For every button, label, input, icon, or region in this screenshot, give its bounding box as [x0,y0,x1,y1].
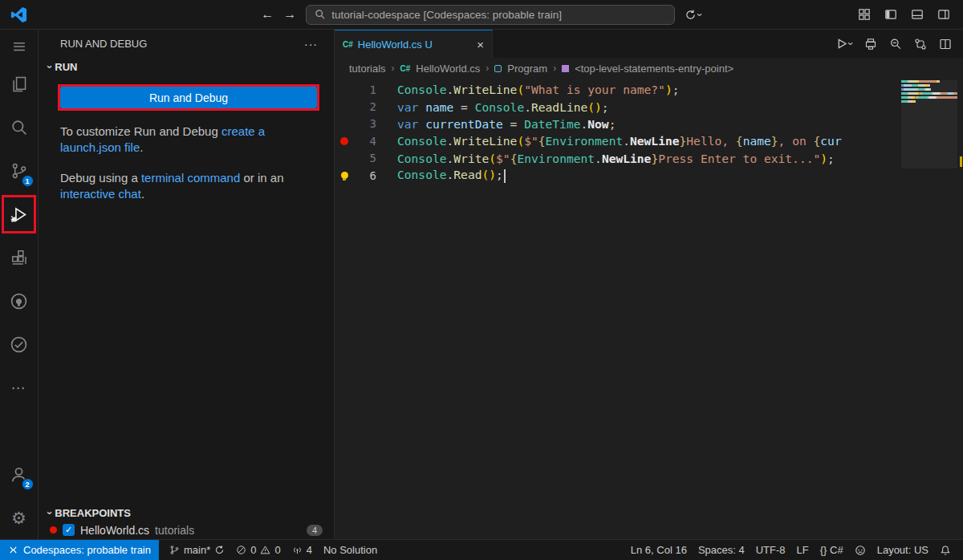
activity-bar: 1 ··· 2 ⚙ [0,30,39,539]
keyboard-layout-indicator[interactable]: Layout: US [872,544,934,556]
sidebar-item-extensions[interactable] [0,236,39,279]
gutter-glyph-margin[interactable] [335,172,354,179]
csharp-file-icon: C# [400,64,411,73]
solution-label: No Solution [323,544,377,556]
code-text: Console.Write($"{Environment.NewLine}Pre… [376,152,835,165]
sidebar-item-github[interactable] [0,279,39,323]
code-line: 1Console.WriteLine("What is your name?")… [335,81,963,98]
language-mode-indicator[interactable]: {} C# [815,544,849,556]
views-and-more-actions-button[interactable]: ··· [304,38,318,51]
chevron-right-icon: › [553,63,556,74]
sidebar-item-source-control[interactable]: 1 [0,149,39,193]
ellipsis-icon: ··· [12,381,26,395]
toggle-panel-icon[interactable] [911,8,924,21]
editor-group: C# HelloWorld.cs U × › [335,30,963,539]
split-editor-icon[interactable] [939,38,952,51]
solution-indicator[interactable]: No Solution [318,540,383,560]
run-or-debug-button[interactable]: › [835,37,852,51]
ports-indicator[interactable]: 4 [286,540,318,560]
annotation-box-run-button: Run and Debug [58,84,319,111]
accounts-badge: 2 [22,478,34,490]
breakpoint-file-label: HelloWorld.cs [80,524,149,537]
terminal-command-link[interactable]: terminal command [141,171,240,185]
indentation-indicator[interactable]: Spaces: 4 [693,544,750,556]
git-branch-icon [169,545,180,555]
search-icon [10,119,28,136]
search-editor-icon[interactable] [889,38,902,51]
code-editor[interactable]: 1Console.WriteLine("What is your name?")… [335,79,963,539]
code-text: Console.WriteLine("What is your name?"); [376,83,680,96]
errors-count: 0 [250,544,256,556]
problems-indicator[interactable]: 0 0 [230,540,286,560]
breadcrumb-symbol[interactable]: <top-level-statements-entry-point> [575,63,733,75]
cursor-position-label: Ln 6, Col 16 [631,544,687,556]
breakpoints-section-label: BREAKPOINTS [55,507,131,519]
copilot-indicator[interactable] [849,545,872,556]
run-and-debug-button[interactable]: Run and Debug [60,87,317,108]
sidebar-item-search[interactable] [0,106,39,149]
grid-layout-icon[interactable] [858,8,871,21]
accounts-button[interactable]: 2 [0,452,39,496]
toggle-secondary-sidebar-icon[interactable] [937,8,950,21]
vscode-window: ← → tutorial-codespace [Codespaces: prob… [0,0,963,560]
breakpoints-count-badge: 4 [307,525,323,536]
remote-indicator[interactable]: Codespaces: probable train [0,540,159,560]
minimap[interactable] [901,80,957,168]
eol-indicator[interactable]: LF [791,544,815,556]
github-icon [10,292,28,310]
breakpoints-section-header[interactable]: › BREAKPOINTS [39,504,334,521]
cursor-position[interactable]: Ln 6, Col 16 [625,544,693,556]
interactive-chat-link[interactable]: interactive chat [60,187,141,201]
breakpoints-panel: › BREAKPOINTS ✓ HelloWorld.cs tutorials … [39,504,334,539]
minimap-slider[interactable] [901,80,957,168]
indentation-label: Spaces: 4 [698,544,745,556]
go-back-button[interactable]: ← [261,8,274,21]
breakpoint-checkbox[interactable]: ✓ [63,524,75,536]
vscode-logo-icon [10,6,27,23]
sync-status-button[interactable]: › [685,9,701,21]
breakpoint-dot[interactable] [340,137,348,145]
notifications-button[interactable] [934,545,957,556]
menu-button[interactable] [0,30,39,63]
settings-button[interactable]: ⚙ [0,496,39,539]
code-line: 5Console.Write($"{Environment.NewLine}Pr… [335,150,963,167]
code-text: Console.WriteLine($"{Environment.NewLine… [376,134,842,148]
breadcrumb-class[interactable]: Program [507,63,547,75]
method-symbol-icon [562,65,569,72]
go-forward-button[interactable]: → [283,8,296,21]
sidebar-item-run-and-debug[interactable] [0,193,39,236]
encoding-indicator[interactable]: UTF-8 [750,544,791,556]
tab-helloworld-cs[interactable]: C# HelloWorld.cs U × [335,30,493,58]
lightbulb-icon[interactable] [341,172,348,179]
run-and-debug-icon [10,205,28,224]
warnings-icon [260,545,270,555]
sidebar-item-testing[interactable] [0,323,39,366]
ports-icon [292,545,303,555]
code-text: Console.Read(); [376,168,506,183]
text-cursor [504,169,506,183]
close-tab-icon[interactable]: × [477,38,484,51]
line-number: 5 [354,152,376,164]
toggle-sidebar-icon[interactable] [884,8,897,21]
more-views-button[interactable]: ··· [0,366,39,409]
open-changes-icon[interactable] [864,38,877,51]
breadcrumb-file[interactable]: HelloWorld.cs [416,63,480,75]
ports-count: 4 [307,544,312,556]
code-line: 4Console.WriteLine($"{Environment.NewLin… [335,132,963,149]
command-center-search[interactable]: tutorial-codespace [Codespaces: probable… [306,5,675,25]
line-number: 2 [354,100,376,113]
debug-hint-after: . [141,187,144,201]
code-text: var name = Console.ReadLine(); [376,100,609,114]
line-number: 6 [354,169,376,182]
sidebar-item-explorer[interactable] [0,63,39,106]
gutter-glyph-margin[interactable] [335,137,354,145]
run-section-header[interactable]: › RUN [39,58,334,75]
hamburger-menu-icon [11,39,27,55]
run-and-debug-sidebar: RUN AND DEBUG ··· › RUN Run and Debug To… [39,30,335,539]
branch-indicator[interactable]: main* [164,540,230,560]
remote-label: Codespaces: probable train [23,544,151,556]
breakpoint-list-item[interactable]: ✓ HelloWorld.cs tutorials 4 [39,521,334,539]
tab-filename: HelloWorld.cs [358,39,422,51]
compare-changes-icon[interactable] [914,38,927,51]
breadcrumb-folder[interactable]: tutorials [349,63,386,75]
